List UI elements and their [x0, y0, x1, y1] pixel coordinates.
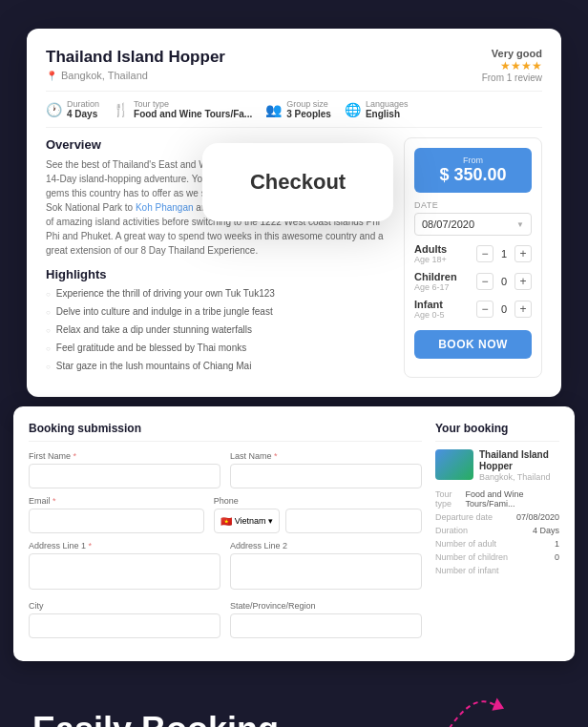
- price-value: $ 350.00: [424, 165, 522, 185]
- tour-location: 📍 Bangkok, Thailand: [46, 70, 225, 81]
- tour-card: Thailand Island Hopper 📍 Bangkok, Thaila…: [27, 29, 561, 397]
- your-booking-title: Your booking: [435, 422, 559, 442]
- tour-meta: 🕐 Duration 4 Days 🍴 Tour type Food and W…: [46, 91, 542, 128]
- infant-count: 0: [499, 303, 509, 315]
- first-name-input[interactable]: [29, 464, 220, 488]
- stars: ★★★★: [482, 59, 542, 73]
- checkout-overlay: Checkout: [202, 143, 393, 221]
- booking-thumbnail: [435, 449, 473, 480]
- chevron-down-icon: ▼: [516, 220, 524, 229]
- bottom-section: Easily Booking After seeing the tour det…: [0, 661, 588, 727]
- address-row: Address Line 1 * Address Line 2: [29, 541, 422, 593]
- state-input[interactable]: [230, 613, 422, 638]
- infant-age: Age 0-5: [414, 310, 445, 320]
- email-input[interactable]: [29, 509, 204, 533]
- phone-label: Phone: [214, 496, 422, 506]
- price-box: From $ 350.00: [414, 148, 532, 193]
- bullet-icon: ○: [46, 289, 51, 300]
- highlight-item-2: ○ Delve into culture and indulge in a tr…: [46, 305, 392, 319]
- people-icon: 👥: [265, 102, 282, 117]
- booking-tour-summary: Thailand Island Hopper Bangkok, Thailand: [435, 449, 559, 482]
- address2-input[interactable]: [230, 553, 422, 590]
- contact-row: Email * Phone 🇻🇳 Vietnam ▾: [29, 496, 422, 533]
- booking-infant-row: Number of infant: [435, 566, 559, 575]
- address1-input[interactable]: [29, 553, 220, 590]
- city-group: City: [29, 601, 220, 638]
- city-label: City: [29, 601, 220, 611]
- address1-group: Address Line 1 *: [29, 541, 220, 593]
- infant-plus-button[interactable]: +: [514, 301, 532, 318]
- bullet-icon: ○: [46, 362, 51, 372]
- bullet-icon: ○: [46, 307, 51, 318]
- adults-label: Adults: [414, 243, 447, 255]
- adults-plus-button[interactable]: +: [514, 245, 532, 262]
- city-state-row: City State/Province/Region: [29, 601, 422, 638]
- first-name-label: First Name *: [29, 451, 220, 461]
- meta-languages: 🌐 Languages English: [345, 99, 409, 119]
- adults-counter: − 1 +: [476, 245, 532, 262]
- rating-label: Very good: [482, 48, 542, 59]
- meta-duration: 🕐 Duration 4 Days: [46, 99, 99, 119]
- booking-tour-name: Thailand Island Hopper: [479, 449, 559, 472]
- last-name-input[interactable]: [230, 464, 422, 488]
- bullet-icon: ○: [46, 343, 51, 354]
- phone-input[interactable]: [285, 509, 422, 533]
- booking-departure-row: Departure date 07/08/2020: [435, 512, 559, 522]
- fork-icon: 🍴: [113, 102, 129, 117]
- address1-label: Address Line 1 *: [29, 541, 220, 550]
- children-plus-button[interactable]: +: [514, 273, 532, 290]
- adults-count: 1: [499, 248, 509, 260]
- clock-icon: 🕐: [46, 102, 62, 117]
- address2-label: Address Line 2: [230, 541, 422, 550]
- phone-row: 🇻🇳 Vietnam ▾: [214, 509, 422, 533]
- svg-marker-0: [491, 698, 507, 716]
- meta-tour-type: 🍴 Tour type Food and Wine Tours/Fa...: [113, 99, 252, 119]
- email-group: Email *: [29, 496, 204, 533]
- submission-title: Booking submission: [29, 422, 422, 442]
- form-left: Booking submission First Name * Last Nam…: [29, 422, 422, 646]
- state-group: State/Province/Region: [230, 601, 422, 638]
- from-label: From: [424, 156, 522, 165]
- tour-title: Thailand Island Hopper: [46, 48, 225, 67]
- booking-duration-row: Duration 4 Days: [435, 526, 559, 535]
- first-name-group: First Name *: [29, 451, 220, 488]
- infant-label: Infant: [414, 299, 445, 310]
- booking-adults-row: Number of adult 1: [435, 539, 559, 549]
- booking-tour-location: Bangkok, Thailand: [479, 472, 559, 482]
- state-label: State/Province/Region: [230, 601, 422, 611]
- language-icon: 🌐: [345, 102, 361, 117]
- adults-minus-button[interactable]: −: [476, 245, 494, 262]
- highlight-item-1: ○ Experience the thrill of driving your …: [46, 287, 392, 301]
- phone-flag[interactable]: 🇻🇳 Vietnam ▾: [214, 509, 280, 533]
- adults-age: Age 18+: [414, 255, 447, 264]
- children-row: Children Age 6-17 − 0 +: [414, 271, 532, 292]
- city-input[interactable]: [29, 613, 220, 638]
- meta-group: 👥 Group size 3 Peoples: [265, 99, 331, 119]
- infant-counter: − 0 +: [476, 301, 532, 318]
- reviews-count: From 1 review: [482, 73, 542, 83]
- highlights-title: Highlights: [46, 267, 392, 281]
- rating-area: Very good ★★★★ From 1 review: [482, 48, 542, 83]
- date-field[interactable]: 08/07/2020 ▼: [414, 213, 532, 236]
- booking-widget: From $ 350.00 DATE 08/07/2020 ▼ Adults A…: [404, 137, 542, 378]
- last-name-label: Last Name *: [230, 451, 422, 461]
- date-section: DATE 08/07/2020 ▼: [414, 200, 532, 236]
- date-label: DATE: [414, 200, 532, 210]
- bullet-icon: ○: [46, 325, 51, 336]
- email-label: Email *: [29, 496, 204, 506]
- children-minus-button[interactable]: −: [476, 273, 494, 290]
- last-name-group: Last Name *: [230, 451, 422, 488]
- infant-minus-button[interactable]: −: [476, 301, 494, 318]
- highlight-item-4: ○ Feel gratitude and be blessed by Thai …: [46, 342, 392, 355]
- booking-children-row: Number of children 0: [435, 552, 559, 562]
- form-right: Your booking Thailand Island Hopper Bang…: [435, 422, 559, 646]
- adults-row: Adults Age 18+ − 1 +: [414, 243, 532, 264]
- dashed-curve-icon: [435, 678, 512, 727]
- phone-group: Phone 🇻🇳 Vietnam ▾: [214, 496, 422, 533]
- highlight-item-3: ○ Relax and take a dip under stunning wa…: [46, 323, 392, 337]
- address2-group: Address Line 2: [230, 541, 422, 593]
- arrow-decoration: [435, 678, 512, 727]
- book-now-button[interactable]: BOOK NOW: [414, 330, 532, 359]
- tour-header: Thailand Island Hopper 📍 Bangkok, Thaila…: [46, 48, 542, 83]
- children-label: Children: [414, 271, 457, 282]
